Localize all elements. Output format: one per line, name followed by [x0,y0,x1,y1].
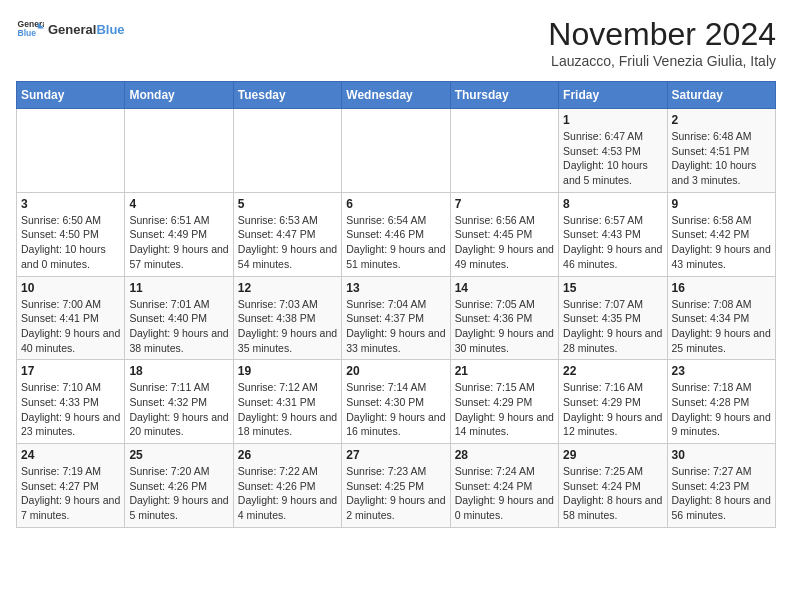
day-info: Sunrise: 7:05 AM Sunset: 4:36 PM Dayligh… [455,297,554,356]
day-number: 1 [563,113,662,127]
calendar-cell: 20Sunrise: 7:14 AM Sunset: 4:30 PM Dayli… [342,360,450,444]
calendar-cell: 21Sunrise: 7:15 AM Sunset: 4:29 PM Dayli… [450,360,558,444]
column-header-monday: Monday [125,82,233,109]
day-info: Sunrise: 7:12 AM Sunset: 4:31 PM Dayligh… [238,380,337,439]
calendar-cell: 6Sunrise: 6:54 AM Sunset: 4:46 PM Daylig… [342,192,450,276]
day-info: Sunrise: 7:22 AM Sunset: 4:26 PM Dayligh… [238,464,337,523]
calendar-cell: 7Sunrise: 6:56 AM Sunset: 4:45 PM Daylig… [450,192,558,276]
calendar-cell [17,109,125,193]
calendar-week-row: 17Sunrise: 7:10 AM Sunset: 4:33 PM Dayli… [17,360,776,444]
column-header-friday: Friday [559,82,667,109]
day-info: Sunrise: 7:20 AM Sunset: 4:26 PM Dayligh… [129,464,228,523]
day-number: 4 [129,197,228,211]
column-header-sunday: Sunday [17,82,125,109]
day-number: 12 [238,281,337,295]
day-info: Sunrise: 7:14 AM Sunset: 4:30 PM Dayligh… [346,380,445,439]
calendar-subtitle: Lauzacco, Friuli Venezia Giulia, Italy [548,53,776,69]
day-number: 29 [563,448,662,462]
day-info: Sunrise: 7:27 AM Sunset: 4:23 PM Dayligh… [672,464,771,523]
calendar-cell: 18Sunrise: 7:11 AM Sunset: 4:32 PM Dayli… [125,360,233,444]
calendar-cell [125,109,233,193]
calendar-cell: 2Sunrise: 6:48 AM Sunset: 4:51 PM Daylig… [667,109,775,193]
day-number: 10 [21,281,120,295]
day-number: 24 [21,448,120,462]
calendar-cell: 9Sunrise: 6:58 AM Sunset: 4:42 PM Daylig… [667,192,775,276]
day-number: 25 [129,448,228,462]
calendar-cell: 23Sunrise: 7:18 AM Sunset: 4:28 PM Dayli… [667,360,775,444]
day-info: Sunrise: 7:18 AM Sunset: 4:28 PM Dayligh… [672,380,771,439]
calendar-cell: 15Sunrise: 7:07 AM Sunset: 4:35 PM Dayli… [559,276,667,360]
day-number: 9 [672,197,771,211]
calendar-cell: 17Sunrise: 7:10 AM Sunset: 4:33 PM Dayli… [17,360,125,444]
calendar-cell: 11Sunrise: 7:01 AM Sunset: 4:40 PM Dayli… [125,276,233,360]
calendar-cell: 3Sunrise: 6:50 AM Sunset: 4:50 PM Daylig… [17,192,125,276]
logo-text-blue: Blue [96,22,124,37]
calendar-cell: 26Sunrise: 7:22 AM Sunset: 4:26 PM Dayli… [233,444,341,528]
day-number: 22 [563,364,662,378]
day-number: 11 [129,281,228,295]
day-info: Sunrise: 7:24 AM Sunset: 4:24 PM Dayligh… [455,464,554,523]
day-info: Sunrise: 6:56 AM Sunset: 4:45 PM Dayligh… [455,213,554,272]
calendar-cell: 14Sunrise: 7:05 AM Sunset: 4:36 PM Dayli… [450,276,558,360]
svg-text:Blue: Blue [18,28,37,38]
column-header-saturday: Saturday [667,82,775,109]
day-info: Sunrise: 6:51 AM Sunset: 4:49 PM Dayligh… [129,213,228,272]
day-number: 26 [238,448,337,462]
day-info: Sunrise: 6:57 AM Sunset: 4:43 PM Dayligh… [563,213,662,272]
day-info: Sunrise: 7:25 AM Sunset: 4:24 PM Dayligh… [563,464,662,523]
column-header-thursday: Thursday [450,82,558,109]
calendar-cell: 22Sunrise: 7:16 AM Sunset: 4:29 PM Dayli… [559,360,667,444]
calendar-cell: 29Sunrise: 7:25 AM Sunset: 4:24 PM Dayli… [559,444,667,528]
calendar-cell: 30Sunrise: 7:27 AM Sunset: 4:23 PM Dayli… [667,444,775,528]
day-info: Sunrise: 7:04 AM Sunset: 4:37 PM Dayligh… [346,297,445,356]
day-number: 21 [455,364,554,378]
calendar-table: SundayMondayTuesdayWednesdayThursdayFrid… [16,81,776,528]
day-info: Sunrise: 7:10 AM Sunset: 4:33 PM Dayligh… [21,380,120,439]
calendar-cell: 19Sunrise: 7:12 AM Sunset: 4:31 PM Dayli… [233,360,341,444]
calendar-cell: 8Sunrise: 6:57 AM Sunset: 4:43 PM Daylig… [559,192,667,276]
day-number: 19 [238,364,337,378]
day-info: Sunrise: 7:23 AM Sunset: 4:25 PM Dayligh… [346,464,445,523]
day-number: 8 [563,197,662,211]
day-info: Sunrise: 7:19 AM Sunset: 4:27 PM Dayligh… [21,464,120,523]
calendar-cell: 5Sunrise: 6:53 AM Sunset: 4:47 PM Daylig… [233,192,341,276]
day-info: Sunrise: 6:50 AM Sunset: 4:50 PM Dayligh… [21,213,120,272]
calendar-week-row: 24Sunrise: 7:19 AM Sunset: 4:27 PM Dayli… [17,444,776,528]
day-info: Sunrise: 7:16 AM Sunset: 4:29 PM Dayligh… [563,380,662,439]
day-number: 3 [21,197,120,211]
calendar-cell: 27Sunrise: 7:23 AM Sunset: 4:25 PM Dayli… [342,444,450,528]
day-number: 20 [346,364,445,378]
day-info: Sunrise: 7:11 AM Sunset: 4:32 PM Dayligh… [129,380,228,439]
calendar-cell [233,109,341,193]
calendar-cell [450,109,558,193]
day-info: Sunrise: 6:54 AM Sunset: 4:46 PM Dayligh… [346,213,445,272]
day-number: 27 [346,448,445,462]
calendar-cell: 25Sunrise: 7:20 AM Sunset: 4:26 PM Dayli… [125,444,233,528]
day-number: 2 [672,113,771,127]
day-number: 14 [455,281,554,295]
logo-icon: General Blue [16,16,44,44]
day-info: Sunrise: 7:07 AM Sunset: 4:35 PM Dayligh… [563,297,662,356]
calendar-cell: 28Sunrise: 7:24 AM Sunset: 4:24 PM Dayli… [450,444,558,528]
calendar-header-row: SundayMondayTuesdayWednesdayThursdayFrid… [17,82,776,109]
column-header-wednesday: Wednesday [342,82,450,109]
calendar-cell: 24Sunrise: 7:19 AM Sunset: 4:27 PM Dayli… [17,444,125,528]
header: General Blue GeneralBlue November 2024 L… [16,16,776,69]
column-header-tuesday: Tuesday [233,82,341,109]
day-info: Sunrise: 7:03 AM Sunset: 4:38 PM Dayligh… [238,297,337,356]
calendar-cell [342,109,450,193]
day-number: 6 [346,197,445,211]
day-number: 7 [455,197,554,211]
day-number: 15 [563,281,662,295]
logo-text-general: General [48,22,96,37]
day-info: Sunrise: 6:48 AM Sunset: 4:51 PM Dayligh… [672,129,771,188]
day-info: Sunrise: 7:15 AM Sunset: 4:29 PM Dayligh… [455,380,554,439]
calendar-week-row: 1Sunrise: 6:47 AM Sunset: 4:53 PM Daylig… [17,109,776,193]
day-number: 23 [672,364,771,378]
day-number: 16 [672,281,771,295]
day-info: Sunrise: 6:47 AM Sunset: 4:53 PM Dayligh… [563,129,662,188]
day-info: Sunrise: 7:08 AM Sunset: 4:34 PM Dayligh… [672,297,771,356]
day-number: 17 [21,364,120,378]
day-number: 5 [238,197,337,211]
calendar-title: November 2024 [548,16,776,53]
